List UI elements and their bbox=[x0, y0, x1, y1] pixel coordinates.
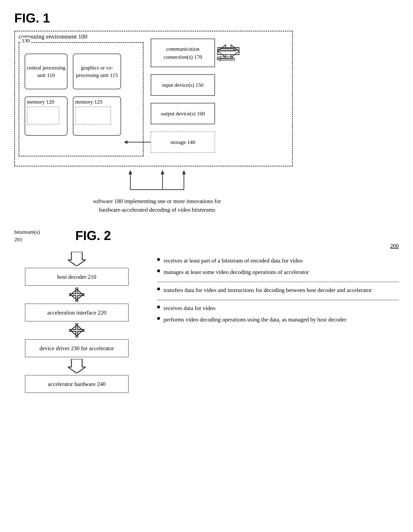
computing-environment-box: computing environment 100 130 central pr… bbox=[14, 31, 293, 166]
bullet-item: transfers data for video and instruction… bbox=[157, 286, 399, 294]
inner-label-130: 130 bbox=[21, 38, 30, 44]
device-driver-label: device driver 230 for accelerator bbox=[39, 345, 114, 352]
bullet-icon bbox=[157, 269, 160, 272]
bullet-item: manages at least some video decoding ope… bbox=[157, 268, 399, 276]
fig2-right-column: 200 receives at least part of a bitstrea… bbox=[157, 228, 399, 393]
accelerator-hardware-label: accelerator hardware 240 bbox=[48, 381, 105, 387]
bullet-text-2: manages at least some video decoding ope… bbox=[164, 268, 309, 276]
fig1-title: FIG. 1 bbox=[14, 11, 300, 25]
svg-marker-4 bbox=[218, 45, 239, 57]
svg-marker-14 bbox=[161, 170, 164, 174]
bullet-item: performs video decoding operations using… bbox=[157, 315, 399, 324]
communication-label: communication connection(s) 170 bbox=[151, 45, 215, 61]
bullets-group2: transfers data for video and instruction… bbox=[157, 286, 399, 294]
bullet-text-5: performs video decoding operations using… bbox=[164, 315, 346, 324]
memory-120-inner-dashed bbox=[27, 107, 59, 124]
memory-125-inner-dashed bbox=[75, 107, 111, 124]
software-section: software 180 implementing one or more in… bbox=[14, 170, 300, 214]
fig1-section: FIG. 1 computing environment 100 130 cen… bbox=[14, 11, 300, 214]
input-devices-box: input device(s) 150 bbox=[151, 74, 215, 96]
separator-2 bbox=[157, 300, 399, 300]
bullets-group1: receives at least part of a bitstream of… bbox=[157, 256, 399, 276]
svg-marker-5 bbox=[218, 45, 239, 57]
cpu-label: central processing unit 110 bbox=[25, 64, 67, 79]
bullet-icon bbox=[157, 317, 160, 320]
host-decoder-box: host decoder 210 bbox=[25, 268, 129, 286]
svg-marker-9 bbox=[129, 170, 132, 174]
output-devices-box: output device(s) 160 bbox=[151, 103, 215, 124]
device-driver-box: device driver 230 for accelerator bbox=[25, 339, 129, 357]
bitstream-label: bitstream(s)201 bbox=[14, 228, 40, 243]
storage-to-mem-arrow-icon bbox=[124, 137, 152, 148]
bullet-icon bbox=[157, 287, 160, 290]
communication-box: communication connection(s) 170 bbox=[151, 38, 215, 67]
memory-125-label: memory 125 bbox=[75, 99, 102, 105]
storage-label: storage 140 bbox=[170, 139, 195, 145]
bidir-arrow-2-icon bbox=[68, 323, 86, 338]
bullet-item: receives at least part of a bitstream of… bbox=[157, 256, 399, 265]
svg-marker-7 bbox=[124, 140, 128, 144]
bullet-item: receives data for video bbox=[157, 304, 399, 312]
cpu-box: central processing unit 110 bbox=[25, 54, 67, 89]
fig2-ref-num: 200 bbox=[157, 243, 399, 249]
bullet-text-4: receives data for video bbox=[164, 304, 216, 312]
bullet-text-1: receives at least part of a bitstream of… bbox=[164, 256, 303, 265]
bidir-arrow-1-icon bbox=[68, 287, 86, 302]
comm-arrow-right-icon bbox=[217, 42, 240, 60]
bitstream-down-arrow-icon bbox=[68, 252, 86, 266]
fig2-section: bitstream(s)201 FIG. 2 host decoder 210 … bbox=[14, 228, 399, 393]
bullet-icon bbox=[157, 305, 160, 308]
software-arrows-icon bbox=[95, 170, 220, 191]
svg-marker-20 bbox=[68, 359, 86, 373]
separator-1 bbox=[157, 282, 399, 282]
fig2-title: FIG. 2 bbox=[47, 228, 139, 243]
accelerator-hardware-box: accelerator hardware 240 bbox=[25, 375, 129, 393]
bullet-text-3: transfers data for video and instruction… bbox=[164, 286, 372, 294]
storage-box: storage 140 bbox=[151, 132, 215, 153]
bullets-group3: receives data for video performs video d… bbox=[157, 304, 399, 324]
gpu-label: graphics or co-processing unit 115 bbox=[73, 64, 121, 79]
memory-120-box: memory 120 bbox=[25, 96, 67, 136]
memory-120-label: memory 120 bbox=[27, 99, 54, 105]
output-devices-label: output device(s) 160 bbox=[161, 111, 205, 117]
driver-to-hardware-arrow-icon bbox=[68, 359, 86, 373]
fig2-left-column: bitstream(s)201 FIG. 2 host decoder 210 … bbox=[14, 228, 139, 393]
software-label: software 180 implementing one or more in… bbox=[14, 197, 300, 214]
acceleration-interface-label: acceleration interface 220 bbox=[47, 309, 106, 316]
input-devices-label: input device(s) 150 bbox=[162, 82, 204, 88]
svg-marker-13 bbox=[182, 170, 186, 174]
svg-marker-15 bbox=[68, 252, 86, 266]
gpu-box: graphics or co-processing unit 115 bbox=[73, 54, 121, 89]
host-decoder-label: host decoder 210 bbox=[57, 274, 96, 280]
memory-125-box: memory 125 bbox=[73, 96, 121, 136]
acceleration-interface-box: acceleration interface 220 bbox=[25, 304, 129, 322]
bullet-icon bbox=[157, 258, 160, 261]
